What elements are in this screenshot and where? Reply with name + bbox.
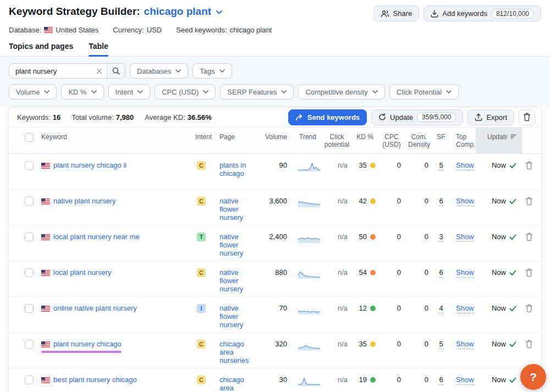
col-keyword[interactable]: Keyword xyxy=(34,128,190,153)
keywords-count: Keywords:16 xyxy=(17,113,61,122)
com-density-value: 0 xyxy=(405,190,433,225)
filter-dropdown-click-potential[interactable]: Click Potential xyxy=(389,84,459,100)
intent-badge[interactable]: C xyxy=(197,197,206,206)
serp-features-count[interactable]: 6 xyxy=(439,376,443,385)
table-toolbar: Keywords:16 Total volume:7,980 Average K… xyxy=(8,107,542,127)
serp-features-count[interactable]: 3 xyxy=(439,233,443,242)
col-updated[interactable]: Updated xyxy=(476,128,522,153)
intent-badge[interactable]: C xyxy=(197,340,206,349)
col-click-potential[interactable]: Click potential xyxy=(322,128,352,153)
col-intent[interactable]: Intent xyxy=(190,128,213,153)
filter-dropdown-cpc-usd-[interactable]: CPC (USD) xyxy=(155,84,216,100)
filter-dropdown-volume[interactable]: Volume xyxy=(9,84,57,100)
search-input[interactable] xyxy=(9,67,92,75)
row-trash-icon[interactable] xyxy=(525,340,533,349)
filter-dropdown-kd-[interactable]: KD % xyxy=(61,84,103,100)
kd-difficulty-dot xyxy=(370,341,376,347)
page-link[interactable]: native flower nursery xyxy=(219,304,251,329)
page-link[interactable]: native flower nursery xyxy=(219,268,251,293)
show-top-competitors-link[interactable]: Show xyxy=(456,304,474,313)
filter-dropdown-intent[interactable]: Intent xyxy=(108,84,151,100)
export-button[interactable]: Export xyxy=(468,109,514,125)
serp-features-count[interactable]: 5 xyxy=(439,340,443,349)
col-com-density[interactable]: Com. Density xyxy=(405,128,433,153)
row-checkbox[interactable] xyxy=(25,161,34,170)
col-volume[interactable]: Volume xyxy=(257,128,292,153)
page-link[interactable]: chicago area nurseries xyxy=(219,340,251,365)
row-checkbox[interactable] xyxy=(25,340,34,349)
share-button[interactable]: Share xyxy=(373,5,420,21)
keyword-link[interactable]: best plant nursery chicago xyxy=(53,376,137,384)
page-link[interactable]: plants in chicago xyxy=(219,161,251,178)
filter-dropdown-tags[interactable]: Tags xyxy=(193,63,232,79)
project-selector[interactable]: chicago plant xyxy=(144,5,211,18)
filter-dropdown-databases[interactable]: Databases xyxy=(130,63,188,79)
chevron-down-icon xyxy=(372,90,378,93)
keyword-link[interactable]: plant nursery chicago il xyxy=(53,161,127,170)
show-top-competitors-link[interactable]: Show xyxy=(456,340,474,349)
kd-difficulty-dot xyxy=(370,198,376,204)
intent-badge[interactable]: C xyxy=(197,268,206,277)
intent-badge[interactable]: I xyxy=(197,304,206,313)
col-top-comp[interactable]: Top Comp. xyxy=(449,128,476,153)
page-link[interactable]: native flower nursery xyxy=(219,197,251,222)
row-checkbox[interactable] xyxy=(25,376,34,384)
show-top-competitors-link[interactable]: Show xyxy=(456,233,474,242)
share-label: Share xyxy=(393,9,413,18)
tab-table[interactable]: Table xyxy=(89,42,108,56)
update-button[interactable]: Update 359/5,000 xyxy=(371,109,463,125)
page-link[interactable]: chicago area nurseries xyxy=(219,376,251,392)
help-button[interactable]: ? xyxy=(520,364,546,390)
row-trash-icon[interactable] xyxy=(525,268,533,277)
table-row: online native plant nursery I native flo… xyxy=(8,297,542,333)
show-top-competitors-link[interactable]: Show xyxy=(456,197,474,206)
serp-features-count[interactable]: 6 xyxy=(439,268,443,278)
filter-dropdown-serp-features[interactable]: SERP Features xyxy=(220,84,294,100)
row-checkbox[interactable] xyxy=(25,233,34,241)
col-page[interactable]: Page xyxy=(213,128,257,153)
page-link[interactable]: native flower nursery xyxy=(219,233,251,257)
chevron-down-icon xyxy=(91,90,97,93)
intent-badge[interactable]: C xyxy=(197,161,206,170)
row-trash-icon[interactable] xyxy=(525,233,533,241)
row-trash-icon[interactable] xyxy=(525,197,533,206)
row-checkbox[interactable] xyxy=(25,304,34,313)
keyword-link[interactable]: plant nursery chicago xyxy=(53,340,122,349)
col-cpc[interactable]: CPC (USD) xyxy=(378,128,405,153)
kd-difficulty-dot xyxy=(370,270,376,275)
col-kd[interactable]: KD % xyxy=(352,128,378,153)
serp-features-count[interactable]: 5 xyxy=(439,161,443,170)
serp-features-count[interactable]: 4 xyxy=(439,304,443,313)
select-all-checkbox[interactable] xyxy=(25,133,34,142)
keyword-link[interactable]: online native plant nursery xyxy=(53,304,137,313)
row-trash-icon[interactable] xyxy=(525,161,533,170)
tab-topics-and-pages[interactable]: Topics and pages xyxy=(9,42,73,56)
cpc-value: 0 xyxy=(378,154,405,189)
row-checkbox[interactable] xyxy=(25,268,34,277)
search-button[interactable] xyxy=(107,64,125,78)
keyword-link[interactable]: native plant nursery xyxy=(53,197,116,206)
intent-badge[interactable]: C xyxy=(197,376,206,384)
seed-keywords-label: Seed keywords: xyxy=(176,26,227,34)
keyword-link[interactable]: local plant nursery xyxy=(53,268,112,277)
intent-badge[interactable]: T xyxy=(197,233,206,241)
col-sf[interactable]: SF xyxy=(433,128,449,153)
col-trend[interactable]: Trend xyxy=(292,128,322,153)
clear-search-icon[interactable] xyxy=(92,68,107,74)
average-kd: Average KD:36.56% xyxy=(145,113,212,122)
show-top-competitors-link[interactable]: Show xyxy=(456,161,474,170)
us-flag-icon xyxy=(41,306,50,312)
row-trash-icon[interactable] xyxy=(525,304,533,313)
send-keywords-button[interactable]: Send keywords xyxy=(288,109,367,125)
show-top-competitors-link[interactable]: Show xyxy=(456,268,474,278)
page-title: Keyword Strategy Builder: xyxy=(9,5,140,18)
show-top-competitors-link[interactable]: Show xyxy=(456,376,474,385)
delete-selected-button[interactable] xyxy=(519,109,535,125)
filter-dropdown-competitive-density[interactable]: Competitive density xyxy=(298,84,384,100)
add-keywords-button[interactable]: Add keywords 812/10,000 xyxy=(424,5,541,21)
table-row: plant nursery chicago il C plants in chi… xyxy=(8,154,542,190)
keyword-link[interactable]: local plant nursery near me xyxy=(53,233,140,241)
top-filter-dropdowns: Databases Tags xyxy=(130,63,232,79)
row-checkbox[interactable] xyxy=(25,197,34,206)
serp-features-count[interactable]: 6 xyxy=(439,197,443,206)
